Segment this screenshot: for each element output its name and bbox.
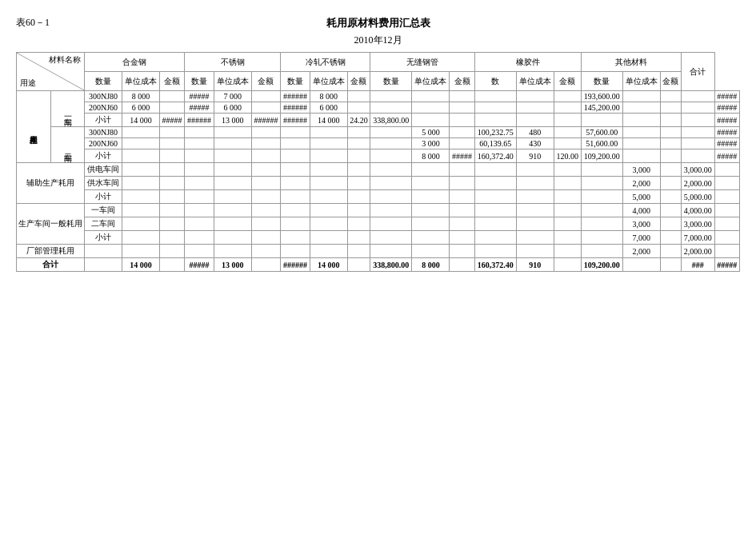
qitacailiao-unitcost [660,245,681,258]
xiangjiajian-qty [516,245,554,258]
hejingang-amount [185,127,214,138]
qitacailiao-unitcost [660,231,681,245]
buxiugang-unitcost: ###### [251,114,281,127]
qitacailiao-unitcost [660,190,681,204]
xiangjiajian-unitcost [554,127,581,138]
hejingang-qty [122,138,159,149]
buxiugang-unitcost [251,204,281,217]
workshop-label: 供电车间 [85,163,122,177]
row-total: ##### [714,138,739,149]
total-label: 合计 [17,258,85,272]
hejingang-amount [185,177,214,190]
total-hejingang-unitcost [159,258,184,272]
total-qitacailiao-unitcost [660,258,681,272]
xiangjiajian-unitcost [554,102,581,114]
buxiugang-unitcost [251,231,281,245]
workshop-label: 二车间 [85,217,122,231]
wufenggang-amount [474,204,516,217]
header-row-1: 材料名称 用途 合金钢 不锈钢 冷轧不锈钢 无缝钢管 橡胶件 其他材料 合计 [17,53,740,72]
hejingang-qty [122,231,159,245]
xiangjiajian-unitcost [554,177,581,190]
grand-total: ##### [714,258,739,272]
wufenggang-unitcost [450,102,474,114]
qitacailiao-qty: 3,000 [622,163,660,177]
total-wufenggang-unitcost [450,258,474,272]
header-xiangjiajian: 橡胶件 [474,53,581,72]
row-total [714,163,739,177]
buxiugang-qty [214,163,251,177]
lengyagang-amount [370,217,412,231]
qitacailiao-amount [681,102,714,114]
lengyagang-unitcost [347,231,370,245]
header-wufenggang: 无缝钢管 [370,53,474,72]
table-row: 二车间 3,000 3,000.00 [17,217,740,231]
xiangjiajian-unitcost [554,114,581,127]
qitacailiao-amount: 4,000.00 [681,204,714,217]
row-total: ##### [714,91,739,102]
hejingang-amount [185,163,214,177]
col-lengyagang-unitcost: 单位成本 [310,72,347,91]
buxiugang-amount [281,163,310,177]
table-row: 供水车间 2,000 2,000.00 [17,177,740,190]
hejingang-amount [185,204,214,217]
qitacailiao-qty [622,102,660,114]
table-row subtotal: 小计 5,000 5,000.00 [17,190,740,204]
page-container: 表60－1 耗用原材料费用汇总表 2010年12月 材料名称 用途 合金钢 不锈… [16,16,740,272]
qitacailiao-amount: 3,000.00 [681,217,714,231]
qitacailiao-unitcost [660,177,681,190]
wufenggang-amount [474,190,516,204]
qitacailiao-qty: 2,000 [622,177,660,190]
workshop-label: 一车间 [85,204,122,217]
xiangjiajian-qty [516,102,554,114]
xiangjiajian-unitcost: 120.00 [554,149,581,163]
qitacailiao-qty: 2,000 [622,245,660,258]
xiangjiajian-amount [581,204,622,217]
wufenggang-qty [412,231,450,245]
lengyagang-amount [370,102,412,114]
wufenggang-amount [474,217,516,231]
total-xiangjiajian-unitcost [554,258,581,272]
buxiugang-unitcost [251,190,281,204]
page-header: 表60－1 耗用原材料费用汇总表 [16,16,740,30]
total-wufenggang-qty: 8 000 [412,258,450,272]
buxiugang-qty [214,231,251,245]
hejingang-amount [185,149,214,163]
col-wufenggang-amount: 金额 [450,72,474,91]
lengyagang-qty [310,217,347,231]
buxiugang-amount [281,217,310,231]
total-lengyagang-amount: 338,800.00 [370,258,412,272]
xiangjiajian-qty [516,204,554,217]
qitacailiao-qty [622,91,660,102]
total-buxiugang-qty: 13 000 [214,258,251,272]
wufenggang-amount: 100,232.75 [474,127,516,138]
header-hejingang: 合金钢 [85,53,185,72]
col-hejingang-unitcost: 单位成本 [122,72,159,91]
qitacailiao-qty: 3,000 [622,217,660,231]
lengyagang-amount: 338,800.00 [370,114,412,127]
row-total [714,217,739,231]
row-total: ##### [714,102,739,114]
wufenggang-qty [412,217,450,231]
buxiugang-qty: 6 000 [214,102,251,114]
xiangjiajian-qty: 430 [516,138,554,149]
lengyagang-amount [370,245,412,258]
header-use-label: 用途 [20,78,36,89]
xiangjiajian-amount [581,177,622,190]
xiangjiajian-unitcost [554,163,581,177]
diagonal-header: 材料名称 用途 [17,53,85,91]
buxiugang-amount [281,190,310,204]
lengyagang-qty [310,177,347,190]
hejingang-unitcost [159,204,184,217]
xiangjiajian-unitcost [554,217,581,231]
wufenggang-unitcost [450,163,474,177]
wufenggang-amount [474,114,516,127]
table-row: 厂部管理耗用 2,000 2,000.00 [17,245,740,258]
buxiugang-amount [281,177,310,190]
lengyagang-amount [370,91,412,102]
xiangjiajian-amount: 109,200.00 [581,149,622,163]
hejingang-amount [185,231,214,245]
qitacailiao-qty [622,138,660,149]
xiangjiajian-amount: 57,600.00 [581,127,622,138]
wufenggang-unitcost [450,217,474,231]
col-lengyagang-qty: 数量 [281,72,310,91]
